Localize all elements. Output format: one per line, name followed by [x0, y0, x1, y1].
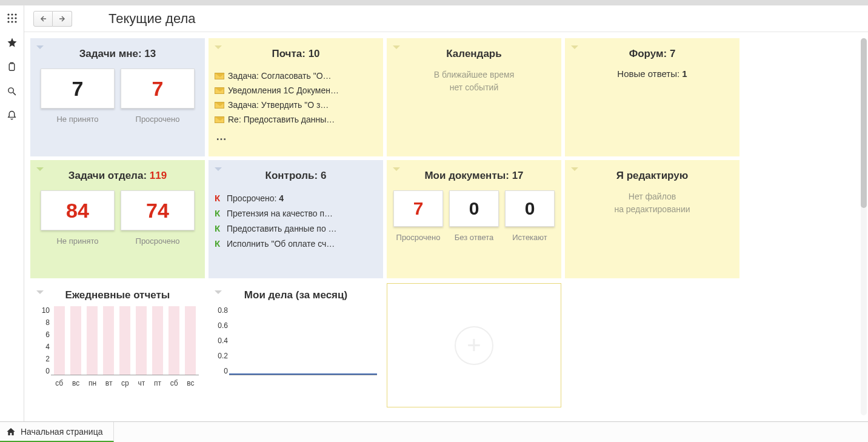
tile-label: Просрочено: [393, 233, 443, 242]
y-tick: 0.8: [215, 306, 228, 315]
tile-label: Истекают: [505, 233, 555, 242]
bar: [185, 306, 196, 375]
bar: [136, 306, 147, 375]
y-tick: 2: [36, 355, 50, 363]
tile-overdue[interactable]: 7: [121, 69, 195, 109]
main-area: Текущие дела Задачи мне: 13 7 7 Не приня…: [24, 5, 868, 421]
mail-icon: [215, 102, 224, 109]
tile-overdue[interactable]: 7: [393, 190, 443, 227]
control-list: КПросрочено: 4 КПретензия на качество п……: [215, 190, 377, 251]
empty-line: нет событий: [450, 82, 498, 92]
svg-point-2: [15, 13, 16, 15]
svg-point-5: [15, 17, 16, 19]
forum-line-text: Новые ответы:: [617, 69, 682, 79]
chevron-down-icon[interactable]: [215, 290, 222, 294]
y-tick: 0: [36, 367, 50, 375]
nav-buttons: [33, 11, 72, 27]
svg-point-1: [11, 13, 13, 15]
chart-title: Мои дела (за месяц): [212, 289, 379, 301]
title-count: 17: [512, 170, 524, 181]
y-tick: 0.2: [215, 352, 228, 360]
scrollbar[interactable]: [861, 38, 867, 415]
clipboard-icon[interactable]: [7, 61, 18, 72]
widget-tasks-dept: Задачи отдела: 119 84 74 Не принято Прос…: [30, 160, 205, 278]
svg-point-4: [11, 17, 13, 19]
y-tick: 10: [36, 306, 50, 315]
tile-expiring[interactable]: 0: [505, 190, 555, 227]
bar: [54, 306, 65, 375]
chevron-down-icon[interactable]: [215, 45, 222, 49]
x-tick: сб: [55, 379, 63, 387]
title-count: 6: [321, 170, 326, 181]
x-tick: чт: [138, 379, 145, 387]
tab-home[interactable]: Начальная страница: [0, 422, 114, 442]
x-tick: сб: [170, 379, 178, 387]
chevron-down-icon[interactable]: [393, 45, 400, 49]
widget-my-docs: Мои документы: 17 7 0 0 Просрочено Без о…: [387, 160, 561, 278]
mail-item[interactable]: Уведомления 1С Докумен…: [215, 83, 377, 98]
add-widget-button[interactable]: +: [387, 283, 561, 407]
mail-icon: [215, 73, 224, 79]
title-text: Задачи отдела:: [68, 170, 150, 181]
tile-not-accepted[interactable]: 7: [41, 69, 115, 109]
control-item[interactable]: КПредоставить данные по …: [215, 221, 377, 236]
widget-title: Календарь: [393, 48, 555, 60]
chevron-down-icon[interactable]: [36, 290, 44, 294]
scroll-thumb[interactable]: [861, 38, 867, 208]
chevron-down-icon[interactable]: [393, 167, 400, 171]
chevron-down-icon[interactable]: [36, 167, 44, 171]
svg-line-11: [13, 92, 16, 95]
svg-point-7: [11, 21, 13, 22]
mail-item[interactable]: Задача: Утвердить "О з…: [215, 98, 377, 112]
page-title: Текущие дела: [109, 11, 195, 27]
control-item[interactable]: КПретензия на качество п…: [215, 206, 377, 221]
control-item[interactable]: КПросрочено: 4: [215, 190, 377, 206]
chevron-down-icon[interactable]: [36, 45, 44, 49]
bar: [152, 306, 163, 375]
control-item[interactable]: КИсполнить "Об оплате сч…: [215, 236, 377, 251]
empty-cell: [565, 283, 739, 407]
control-item-text: Претензия на качество п…: [227, 209, 333, 218]
line-series: [229, 373, 377, 375]
tile-label: Просрочено: [121, 115, 195, 124]
apps-icon[interactable]: [7, 13, 18, 24]
widget-title: Контроль: 6: [215, 170, 377, 182]
mail-item-text: Re: Предоставить данны…: [228, 115, 335, 124]
x-tick: ср: [121, 379, 129, 387]
k-icon: К: [215, 208, 223, 218]
bell-icon[interactable]: [7, 110, 18, 121]
back-button[interactable]: [33, 11, 53, 27]
more-button[interactable]: …: [215, 127, 377, 143]
mail-item[interactable]: Re: Предоставить данны…: [215, 112, 377, 127]
tile-overdue[interactable]: 74: [121, 190, 195, 230]
svg-point-10: [8, 87, 13, 93]
mail-item[interactable]: Задача: Согласовать "О…: [215, 69, 377, 83]
k-icon: К: [215, 238, 223, 249]
chevron-down-icon[interactable]: [215, 167, 222, 171]
widget-tasks-mine: Задачи мне: 13 7 7 Не принято Просрочено: [30, 38, 205, 156]
y-tick: 0.4: [215, 337, 228, 345]
bar: [87, 306, 98, 375]
content-scroll: Задачи мне: 13 7 7 Не принято Просрочено…: [24, 32, 868, 421]
mail-list: Задача: Согласовать "О… Уведомления 1С Д…: [215, 69, 377, 127]
star-icon[interactable]: [7, 37, 18, 48]
widget-title: Задачи мне: 13: [36, 48, 199, 60]
y-tick: 6: [36, 330, 50, 339]
left-sidebar: [0, 5, 24, 421]
tile-no-answer[interactable]: 0: [449, 190, 499, 227]
svg-point-3: [7, 17, 9, 19]
chart-monthly: 0.8 0.6 0.4 0.2 0: [229, 306, 377, 385]
x-tick: вт: [105, 379, 113, 387]
title-count: 7: [670, 48, 675, 59]
tile-not-accepted[interactable]: 84: [41, 190, 115, 230]
x-axis-labels: сбвспнвтсрчтптсбвс: [51, 379, 199, 387]
tile-label: Просрочено: [121, 236, 195, 246]
forum-new-replies[interactable]: Новые ответы: 1: [571, 69, 733, 79]
x-tick: пн: [88, 379, 96, 387]
chevron-down-icon[interactable]: [571, 45, 578, 49]
search-icon[interactable]: [7, 85, 18, 96]
chevron-down-icon[interactable]: [571, 167, 578, 171]
svg-rect-9: [9, 63, 15, 70]
widget-title: Задачи отдела: 119: [36, 170, 199, 182]
forward-button[interactable]: [53, 11, 72, 27]
